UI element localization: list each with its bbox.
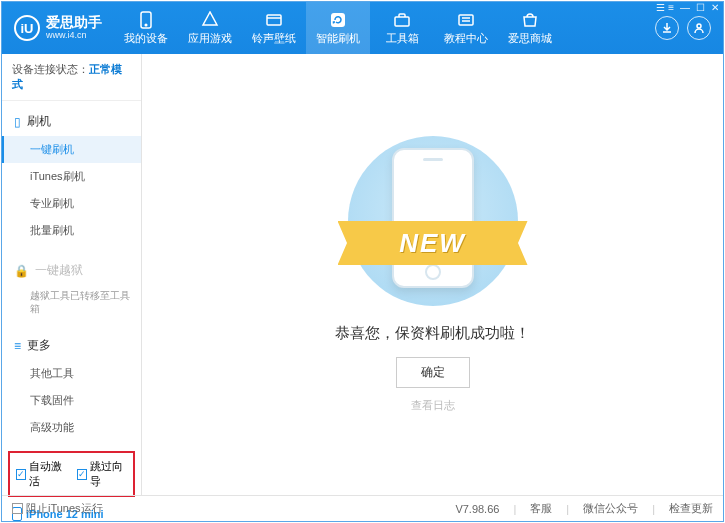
sidebar-item-pro-flash[interactable]: 专业刷机 bbox=[2, 190, 141, 217]
sidebar-item-other-tools[interactable]: 其他工具 bbox=[2, 360, 141, 387]
profile-button[interactable] bbox=[687, 16, 711, 40]
success-message: 恭喜您，保资料刷机成功啦！ bbox=[335, 324, 530, 343]
phone-icon bbox=[137, 11, 155, 29]
close-icon[interactable]: ✕ bbox=[711, 2, 719, 13]
version-label: V7.98.66 bbox=[455, 503, 499, 515]
check-update-link[interactable]: 检查更新 bbox=[669, 501, 713, 516]
new-ribbon: NEW bbox=[338, 221, 528, 265]
store-icon bbox=[521, 11, 539, 29]
brand-subtitle: www.i4.cn bbox=[46, 31, 102, 41]
checkbox-block-itunes[interactable]: ✓ 阻止iTunes运行 bbox=[12, 501, 103, 516]
refresh-icon bbox=[329, 11, 347, 29]
footer: ✓ 阻止iTunes运行 V7.98.66 | 客服 | 微信公众号 | 检查更… bbox=[2, 495, 723, 521]
top-nav: 我的设备 应用游戏 铃声壁纸 智能刷机 工具箱 教程中心 bbox=[114, 2, 643, 54]
nav-apps-games[interactable]: 应用游戏 bbox=[178, 2, 242, 54]
header: ☰ ≡ — ☐ ✕ iU 爱思助手 www.i4.cn 我的设备 应用游戏 铃声 bbox=[2, 2, 723, 54]
jailbreak-note: 越狱工具已转移至工具箱 bbox=[2, 285, 141, 319]
nav-tutorials[interactable]: 教程中心 bbox=[434, 2, 498, 54]
nav-ringtones[interactable]: 铃声壁纸 bbox=[242, 2, 306, 54]
apps-icon bbox=[201, 11, 219, 29]
sidebar-head-flash[interactable]: ▯ 刷机 bbox=[2, 107, 141, 136]
menu-icon[interactable]: ☰ ≡ bbox=[656, 2, 674, 13]
nav-store[interactable]: 爱思商城 bbox=[498, 2, 562, 54]
sidebar-item-advanced[interactable]: 高级功能 bbox=[2, 414, 141, 441]
ok-button[interactable]: 确定 bbox=[396, 357, 470, 388]
checkbox-auto-activate[interactable]: ✓ 自动激活 bbox=[16, 459, 67, 489]
download-button[interactable] bbox=[655, 16, 679, 40]
checkbox-skip-guide[interactable]: ✓ 跳过向导 bbox=[77, 459, 128, 489]
customer-service-link[interactable]: 客服 bbox=[530, 501, 552, 516]
sidebar-head-more[interactable]: ≡ 更多 bbox=[2, 331, 141, 360]
checkbox-icon: ✓ bbox=[12, 503, 23, 514]
brand-logo-icon: iU bbox=[14, 15, 40, 41]
connection-status: 设备连接状态：正常模式 bbox=[2, 54, 141, 101]
toolbox-icon bbox=[393, 11, 411, 29]
svg-rect-2 bbox=[267, 15, 281, 25]
tutorials-icon bbox=[457, 11, 475, 29]
phone-small-icon: ▯ bbox=[14, 115, 21, 129]
minimize-icon[interactable]: — bbox=[680, 2, 690, 13]
sidebar: 设备连接状态：正常模式 ▯ 刷机 一键刷机 iTunes刷机 专业刷机 批量刷机… bbox=[2, 54, 142, 495]
svg-rect-4 bbox=[395, 17, 409, 26]
flash-options-highlight: ✓ 自动激活 ✓ 跳过向导 bbox=[8, 451, 135, 497]
sidebar-item-download-fw[interactable]: 下载固件 bbox=[2, 387, 141, 414]
view-log-link[interactable]: 查看日志 bbox=[411, 398, 455, 413]
svg-point-6 bbox=[697, 24, 701, 28]
success-illustration: NEW bbox=[323, 136, 543, 306]
sidebar-head-jailbreak: 🔒 一键越狱 bbox=[2, 256, 141, 285]
svg-point-1 bbox=[145, 24, 147, 26]
brand-title: 爱思助手 bbox=[46, 15, 102, 30]
nav-smart-flash[interactable]: 智能刷机 bbox=[306, 2, 370, 54]
lock-icon: 🔒 bbox=[14, 264, 29, 278]
main-content: NEW 恭喜您，保资料刷机成功啦！ 确定 查看日志 bbox=[142, 54, 723, 495]
check-icon: ✓ bbox=[16, 469, 26, 480]
wallpaper-icon bbox=[265, 11, 283, 29]
brand: iU 爱思助手 www.i4.cn bbox=[2, 2, 114, 54]
more-icon: ≡ bbox=[14, 339, 21, 353]
window-controls: ☰ ≡ — ☐ ✕ bbox=[656, 2, 719, 13]
svg-rect-5 bbox=[459, 15, 473, 25]
phone-illustration-icon bbox=[392, 148, 474, 288]
sidebar-item-batch-flash[interactable]: 批量刷机 bbox=[2, 217, 141, 244]
sidebar-item-itunes-flash[interactable]: iTunes刷机 bbox=[2, 163, 141, 190]
sidebar-item-one-key-flash[interactable]: 一键刷机 bbox=[2, 136, 141, 163]
nav-my-device[interactable]: 我的设备 bbox=[114, 2, 178, 54]
check-icon: ✓ bbox=[77, 469, 87, 480]
nav-toolbox[interactable]: 工具箱 bbox=[370, 2, 434, 54]
svg-rect-3 bbox=[331, 13, 345, 27]
wechat-link[interactable]: 微信公众号 bbox=[583, 501, 638, 516]
maximize-icon[interactable]: ☐ bbox=[696, 2, 705, 13]
